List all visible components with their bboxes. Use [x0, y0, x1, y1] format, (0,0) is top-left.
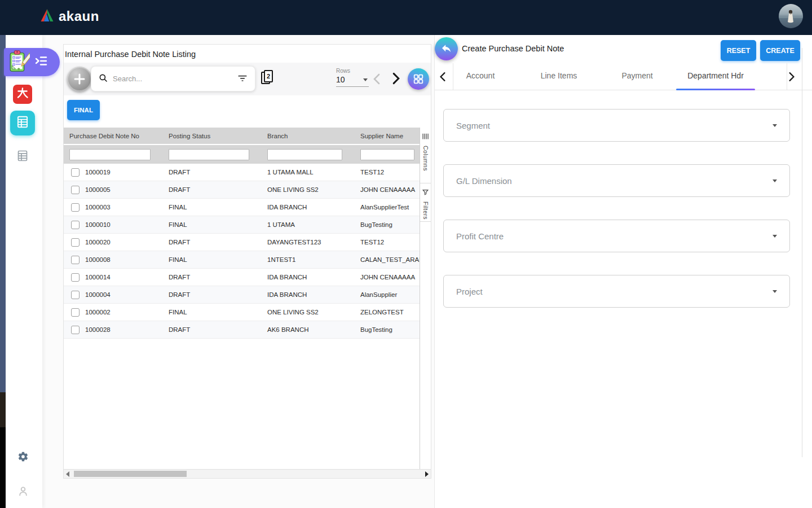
tabs-scroll-right-button[interactable] [788, 71, 795, 85]
table-row[interactable]: 1000003FINALIDA BRANCHAlanSupplierTest [64, 199, 420, 216]
back-button[interactable] [435, 37, 458, 60]
table-row[interactable]: 1000004DRAFTIDA BRANCHAlanSupplier [64, 286, 420, 304]
rows-label: Rows [336, 68, 369, 74]
row-checkbox[interactable] [71, 186, 80, 194]
column-header: Purchase Debit Note No [64, 133, 163, 139]
columns-side-tab[interactable]: Columns [420, 128, 431, 183]
topbar: akaun [0, 0, 812, 35]
brand-logo[interactable]: akaun [39, 8, 99, 25]
sidebar-item-table-outline[interactable] [15, 150, 30, 164]
cell-debit-note-no: 1000014 [85, 274, 111, 281]
create-button[interactable]: CREATE [760, 40, 800, 61]
detail-tabs-row: AccountLine ItemsPaymentDepartment Hdr [435, 63, 812, 90]
previous-page-button[interactable] [373, 73, 381, 87]
chevron-left-icon [373, 73, 381, 85]
row-checkbox[interactable] [71, 168, 80, 177]
cell-posting-status: FINAL [163, 221, 262, 228]
filter-funnel-icon [422, 188, 429, 198]
dropdown-profit-centre[interactable]: Profit Centre [443, 220, 790, 252]
chevron-down-icon [773, 124, 777, 127]
chevron-down-icon [363, 78, 368, 81]
tab-department-hdr[interactable]: Department Hdr [687, 71, 744, 80]
cell-supplier-name: ZELONGTEST [355, 309, 420, 316]
row-checkbox[interactable] [71, 203, 80, 212]
dropdown-label: Project [456, 287, 773, 296]
scroll-left-arrow-icon[interactable] [66, 471, 69, 477]
dropdown-g-l-dimension[interactable]: G/L Dimension [443, 164, 790, 197]
next-page-button[interactable] [392, 72, 400, 87]
horizontal-scrollbar[interactable] [64, 469, 431, 478]
row-checkbox[interactable] [71, 308, 80, 317]
row-checkbox[interactable] [71, 326, 80, 334]
cell-supplier-name: AlanSupplier [355, 291, 420, 298]
cell-supplier-name: AlanSupplierTest [355, 204, 420, 211]
dropdown-segment[interactable]: Segment [443, 109, 790, 142]
create-debit-note-panel: Create Purchase Debit Note RESET CREATE … [434, 35, 812, 508]
grid-view-button[interactable] [408, 68, 429, 90]
column-filter-input[interactable] [267, 149, 342, 160]
dropdown-label: Segment [456, 121, 773, 130]
user-avatar[interactable] [779, 4, 803, 28]
cell-branch: AK6 BRANCH [262, 326, 355, 333]
scroll-right-arrow-icon[interactable] [425, 471, 429, 477]
duplicate-pages-icon[interactable]: 2 [261, 70, 275, 87]
akaun-logo-icon [39, 8, 55, 25]
columns-icon [422, 132, 429, 142]
table-row[interactable]: 1000014DRAFTIDA BRANCHJOHN CENAAAAA [64, 269, 420, 286]
cell-debit-note-no: 1000008 [85, 256, 111, 263]
grid-icon [412, 73, 425, 85]
cell-posting-status: FINAL [163, 309, 262, 316]
cell-debit-note-no: 1000028 [85, 326, 111, 333]
final-filter-button[interactable]: FINAL [67, 100, 100, 120]
rows-value: 10 [336, 75, 345, 84]
cell-branch: IDA BRANCH [262, 291, 355, 298]
tab-account[interactable]: Account [466, 71, 495, 80]
cell-posting-status: DRAFT [163, 186, 262, 193]
cell-supplier-name: JOHN CENAAAAA [355, 186, 420, 193]
table-row[interactable]: 1000010FINAL1 UTAMABugTesting [64, 216, 420, 234]
cell-supplier-name: BugTesting [355, 221, 420, 228]
scrollbar-thumb[interactable] [74, 471, 187, 477]
cell-branch: IDA BRANCH [262, 274, 355, 281]
table-row[interactable]: 1000028DRAFTAK6 BRANCHBugTesting [64, 321, 420, 339]
filter-sort-icon[interactable] [237, 72, 248, 86]
column-filter-input[interactable] [360, 149, 414, 160]
settings-button[interactable] [17, 451, 29, 462]
table-row[interactable]: 1000019DRAFT1 UTAMA MALLTEST12 [64, 164, 420, 181]
rows-per-page-select[interactable]: Rows 10 [336, 68, 369, 87]
add-record-button[interactable] [67, 67, 92, 91]
column-filter-input[interactable] [69, 149, 151, 160]
dropdown-label: G/L Dimension [456, 176, 773, 186]
cell-supplier-name: CALAN_TEST_ARAP_2 [355, 256, 420, 263]
dropdown-project[interactable]: Project [443, 275, 790, 308]
row-checkbox[interactable] [71, 291, 80, 299]
table-row[interactable]: 1000020DRAFTDAYANGTEST123TEST12 [64, 234, 420, 251]
search-icon [98, 73, 108, 85]
table-row[interactable]: 1000008FINAL1NTEST1CALAN_TEST_ARAP_2 [64, 251, 420, 269]
cell-posting-status: DRAFT [163, 274, 262, 281]
row-checkbox[interactable] [71, 273, 80, 282]
table-row[interactable]: 1000005DRAFTONE LIVING SS2JOHN CENAAAAA [64, 181, 420, 199]
table-row[interactable]: 1000002FINALONE LIVING SS2ZELONGTEST [64, 304, 420, 321]
tab-line-items[interactable]: Line Items [541, 71, 577, 80]
sidebar-item-listing-module[interactable] [10, 111, 35, 135]
profile-button[interactable] [17, 485, 29, 497]
tabs-scroll-left-button[interactable] [439, 71, 446, 85]
cell-posting-status: DRAFT [163, 169, 262, 176]
clipboard-module-icon [8, 49, 30, 75]
reset-button[interactable]: RESET [721, 40, 756, 61]
column-filter-input[interactable] [169, 149, 249, 160]
expand-menu-icon [34, 55, 48, 69]
search-input[interactable] [113, 75, 232, 83]
column-header: Branch [262, 133, 355, 139]
row-checkbox[interactable] [71, 238, 80, 247]
sidebar-item-active-module[interactable] [4, 48, 60, 76]
cell-posting-status: DRAFT [163, 291, 262, 298]
row-checkbox[interactable] [71, 221, 80, 229]
filters-side-tab[interactable]: Filters [420, 183, 431, 222]
tab-payment[interactable]: Payment [621, 71, 652, 80]
listing-toolbar: 2 Rows 10 [64, 63, 431, 95]
row-checkbox[interactable] [71, 256, 80, 264]
sidebar-item-dahsing-app[interactable] [13, 85, 32, 104]
table-side-tabs: Columns Filters [420, 128, 431, 469]
